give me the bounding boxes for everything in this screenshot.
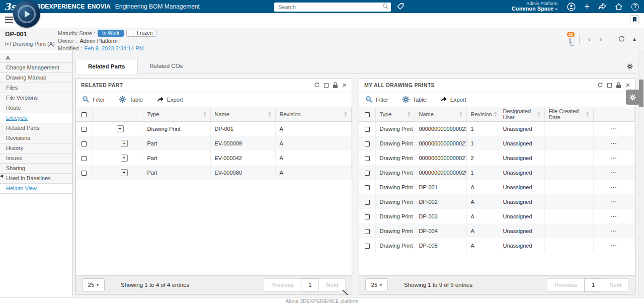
sidebar-item-history[interactable]: History xyxy=(0,143,72,154)
row-actions-menu-icon[interactable]: ··· xyxy=(598,184,631,190)
row-actions-menu-icon[interactable]: ··· xyxy=(598,199,631,205)
previous-page-button[interactable]: Previous xyxy=(547,278,585,292)
panel-lock-icon[interactable] xyxy=(616,82,621,89)
export-button[interactable]: Export xyxy=(157,96,183,103)
expand-toggle-icon[interactable]: + xyxy=(121,169,128,176)
tab-related-parts[interactable]: Related Parts xyxy=(75,59,138,74)
user-profile-icon[interactable] xyxy=(567,3,576,11)
sidebar-collapse-icon[interactable]: ◀ xyxy=(0,174,3,178)
row-actions-menu-icon[interactable]: ··· xyxy=(598,155,631,161)
page-number-button[interactable]: 1 xyxy=(301,278,319,292)
sidebar-item-drawing-markup[interactable]: Drawing Markup xyxy=(0,73,72,83)
cell-name[interactable]: DP-002 xyxy=(415,194,466,209)
column-header-revision[interactable]: Revision xyxy=(466,107,499,121)
select-all-checkbox[interactable] xyxy=(82,112,87,117)
cell-name[interactable]: EV-000009 xyxy=(210,136,275,150)
row-checkbox[interactable] xyxy=(365,244,370,249)
row-checkbox[interactable] xyxy=(82,156,87,161)
panel-lock-icon[interactable] xyxy=(333,82,338,89)
row-actions-menu-icon[interactable]: ··· xyxy=(598,228,631,234)
cell-name[interactable]: DP-005 xyxy=(415,238,466,253)
promote-frozen-button[interactable]: →Frozen xyxy=(126,30,156,37)
row-checkbox[interactable] xyxy=(365,214,370,219)
share-icon[interactable] xyxy=(598,3,606,10)
3dexperience-compass-logo[interactable] xyxy=(13,1,40,28)
panel-maximize-icon[interactable] xyxy=(607,83,612,88)
previous-item-button[interactable]: ‹ xyxy=(586,35,593,43)
help-icon[interactable]: ? xyxy=(631,3,639,11)
column-header-revision[interactable]: Revision xyxy=(275,107,352,121)
previous-page-button[interactable]: Previous xyxy=(264,278,301,292)
sidebar-item-sharing[interactable]: Sharing xyxy=(0,164,72,174)
select-all-checkbox[interactable] xyxy=(365,112,370,117)
next-page-button[interactable]: Next xyxy=(602,278,629,292)
row-actions-menu-icon[interactable]: ··· xyxy=(598,170,631,176)
page-size-dropdown[interactable]: 25 ▾ xyxy=(82,278,105,291)
panel-refresh-icon[interactable] xyxy=(597,82,603,88)
sidebar-item-a[interactable]: A xyxy=(0,53,72,63)
column-header-type[interactable]: Type xyxy=(143,107,210,121)
row-actions-menu-icon[interactable]: ··· xyxy=(598,126,631,132)
cell-name[interactable]: DP-001 xyxy=(415,180,466,194)
cell-name[interactable]: DP-001 xyxy=(210,121,275,136)
sidebar-item-route[interactable]: Route xyxy=(0,103,72,113)
column-header-type[interactable]: Type xyxy=(375,107,415,121)
refresh-button[interactable] xyxy=(618,35,625,43)
filter-button[interactable]: Filter xyxy=(365,96,388,103)
sidebar-item-helium-view[interactable]: Helium View xyxy=(0,184,72,194)
panel-refresh-icon[interactable] xyxy=(314,82,320,88)
row-checkbox[interactable] xyxy=(365,141,370,146)
cell-name[interactable]: 0000000000000027 xyxy=(415,136,466,150)
cell-name[interactable]: EV-000042 xyxy=(210,150,275,165)
panel-close-icon[interactable]: × xyxy=(342,82,347,88)
sidebar-item-lifecycle[interactable]: Lifecycle xyxy=(0,113,72,123)
filter-button[interactable]: Filter xyxy=(82,96,105,103)
column-header-name[interactable]: Name xyxy=(415,107,466,121)
tag-icon[interactable] xyxy=(396,3,405,11)
row-checkbox[interactable] xyxy=(82,141,87,146)
sidebar-item-files[interactable]: Files xyxy=(0,83,72,93)
collapse-toggle-icon[interactable]: − xyxy=(117,125,124,132)
row-checkbox[interactable] xyxy=(365,171,370,176)
user-context[interactable]: Admin Platform Common Space˅ xyxy=(512,2,557,12)
cell-name[interactable]: EV-000080 xyxy=(210,165,275,180)
expand-toggle-icon[interactable]: + xyxy=(121,140,128,147)
row-actions-menu-icon[interactable]: ··· xyxy=(598,243,631,249)
table-button[interactable]: Table xyxy=(402,96,426,103)
search-input[interactable] xyxy=(274,3,391,12)
bookmark-button[interactable] xyxy=(630,15,639,24)
export-button[interactable]: Export xyxy=(440,96,466,103)
panel-settings-gear-button[interactable] xyxy=(626,90,639,105)
expand-toggle-icon[interactable]: + xyxy=(121,155,128,162)
column-header-file-created-date[interactable]: File Created Date xyxy=(544,107,593,121)
row-checkbox[interactable] xyxy=(365,156,370,161)
next-item-button[interactable]: › xyxy=(597,35,604,43)
tab-related-cos[interactable]: Related COs xyxy=(138,59,195,73)
cell-name[interactable]: DP-003 xyxy=(415,209,466,223)
row-actions-menu-icon[interactable]: ··· xyxy=(598,213,631,219)
column-header-designated-user[interactable]: Designated User xyxy=(499,107,544,121)
home-icon[interactable] xyxy=(615,3,623,11)
page-size-dropdown[interactable]: 25 ▾ xyxy=(365,278,388,291)
add-icon[interactable]: + xyxy=(584,2,590,12)
about-platform-link[interactable]: About 3DEXPERIENCE platform xyxy=(285,298,358,304)
page-settings-gear-icon[interactable] xyxy=(627,63,633,69)
sidebar-item-issues[interactable]: Issues xyxy=(0,154,72,164)
panel-maximize-icon[interactable] xyxy=(324,83,329,88)
page-number-button[interactable]: 1 xyxy=(584,278,602,292)
scrollbar-thumb[interactable] xyxy=(639,80,643,107)
search-icon[interactable] xyxy=(382,3,389,10)
row-checkbox[interactable] xyxy=(365,185,370,190)
hamburger-menu-icon[interactable] xyxy=(5,17,13,24)
cell-name[interactable]: 0000000000000029 xyxy=(415,165,466,180)
row-checkbox[interactable] xyxy=(365,200,370,205)
cell-name[interactable]: 0000000000000027 xyxy=(415,150,466,165)
next-page-button[interactable]: Next xyxy=(318,278,346,292)
row-checkbox[interactable] xyxy=(365,229,370,234)
comments-button[interactable]: 20 xyxy=(570,35,571,44)
column-header-name[interactable]: Name xyxy=(210,107,275,121)
vertical-scrollbar[interactable] xyxy=(638,50,644,297)
cell-name[interactable]: 0000000000000023 xyxy=(415,121,466,136)
row-checkbox[interactable] xyxy=(365,127,370,132)
sidebar-item-used-in-baselines[interactable]: Used In Baselines xyxy=(0,174,72,184)
